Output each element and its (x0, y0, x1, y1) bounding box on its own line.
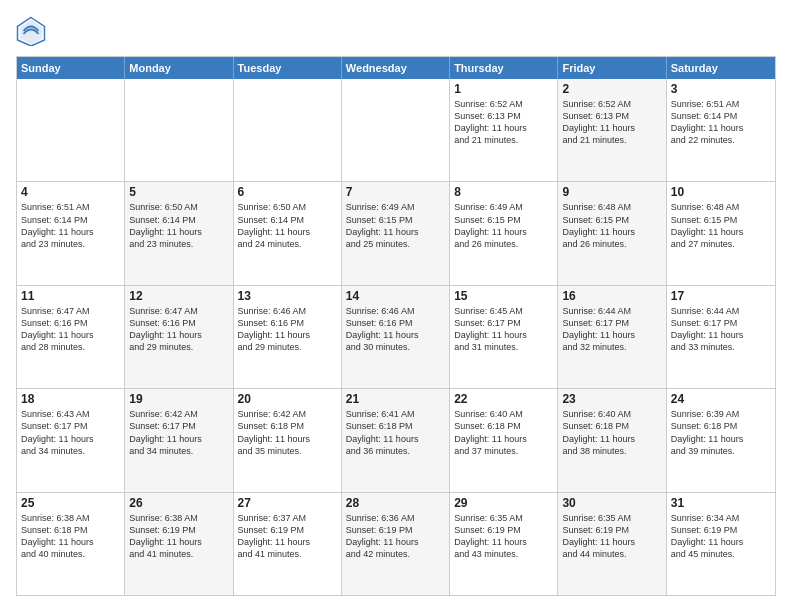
cal-cell-4: 4Sunrise: 6:51 AM Sunset: 6:14 PM Daylig… (17, 182, 125, 284)
day-number: 27 (238, 496, 337, 510)
day-number: 21 (346, 392, 445, 406)
cal-cell-29: 29Sunrise: 6:35 AM Sunset: 6:19 PM Dayli… (450, 493, 558, 595)
cal-cell-empty-0-0 (17, 79, 125, 181)
day-number: 16 (562, 289, 661, 303)
cal-cell-27: 27Sunrise: 6:37 AM Sunset: 6:19 PM Dayli… (234, 493, 342, 595)
cal-cell-31: 31Sunrise: 6:34 AM Sunset: 6:19 PM Dayli… (667, 493, 775, 595)
cal-cell-22: 22Sunrise: 6:40 AM Sunset: 6:18 PM Dayli… (450, 389, 558, 491)
cal-cell-1: 1Sunrise: 6:52 AM Sunset: 6:13 PM Daylig… (450, 79, 558, 181)
cell-info: Sunrise: 6:40 AM Sunset: 6:18 PM Dayligh… (562, 408, 661, 457)
cell-info: Sunrise: 6:47 AM Sunset: 6:16 PM Dayligh… (129, 305, 228, 354)
cal-cell-21: 21Sunrise: 6:41 AM Sunset: 6:18 PM Dayli… (342, 389, 450, 491)
cell-info: Sunrise: 6:45 AM Sunset: 6:17 PM Dayligh… (454, 305, 553, 354)
cal-cell-14: 14Sunrise: 6:46 AM Sunset: 6:16 PM Dayli… (342, 286, 450, 388)
day-number: 31 (671, 496, 771, 510)
logo-icon (16, 16, 46, 46)
day-header-tuesday: Tuesday (234, 57, 342, 79)
day-number: 23 (562, 392, 661, 406)
calendar: SundayMondayTuesdayWednesdayThursdayFrid… (16, 56, 776, 596)
day-number: 13 (238, 289, 337, 303)
day-number: 2 (562, 82, 661, 96)
cal-row-0: 1Sunrise: 6:52 AM Sunset: 6:13 PM Daylig… (17, 79, 775, 182)
cell-info: Sunrise: 6:42 AM Sunset: 6:17 PM Dayligh… (129, 408, 228, 457)
day-number: 1 (454, 82, 553, 96)
cal-cell-17: 17Sunrise: 6:44 AM Sunset: 6:17 PM Dayli… (667, 286, 775, 388)
cell-info: Sunrise: 6:49 AM Sunset: 6:15 PM Dayligh… (454, 201, 553, 250)
header (16, 16, 776, 46)
cal-cell-20: 20Sunrise: 6:42 AM Sunset: 6:18 PM Dayli… (234, 389, 342, 491)
cal-cell-16: 16Sunrise: 6:44 AM Sunset: 6:17 PM Dayli… (558, 286, 666, 388)
cell-info: Sunrise: 6:50 AM Sunset: 6:14 PM Dayligh… (129, 201, 228, 250)
cell-info: Sunrise: 6:46 AM Sunset: 6:16 PM Dayligh… (238, 305, 337, 354)
cal-cell-9: 9Sunrise: 6:48 AM Sunset: 6:15 PM Daylig… (558, 182, 666, 284)
cell-info: Sunrise: 6:40 AM Sunset: 6:18 PM Dayligh… (454, 408, 553, 457)
day-number: 24 (671, 392, 771, 406)
cal-cell-2: 2Sunrise: 6:52 AM Sunset: 6:13 PM Daylig… (558, 79, 666, 181)
day-number: 20 (238, 392, 337, 406)
cell-info: Sunrise: 6:35 AM Sunset: 6:19 PM Dayligh… (454, 512, 553, 561)
page: SundayMondayTuesdayWednesdayThursdayFrid… (0, 0, 792, 612)
cal-cell-18: 18Sunrise: 6:43 AM Sunset: 6:17 PM Dayli… (17, 389, 125, 491)
cal-cell-empty-0-1 (125, 79, 233, 181)
day-header-wednesday: Wednesday (342, 57, 450, 79)
day-number: 17 (671, 289, 771, 303)
cal-cell-13: 13Sunrise: 6:46 AM Sunset: 6:16 PM Dayli… (234, 286, 342, 388)
cal-cell-10: 10Sunrise: 6:48 AM Sunset: 6:15 PM Dayli… (667, 182, 775, 284)
day-number: 22 (454, 392, 553, 406)
day-number: 29 (454, 496, 553, 510)
cal-cell-3: 3Sunrise: 6:51 AM Sunset: 6:14 PM Daylig… (667, 79, 775, 181)
cell-info: Sunrise: 6:52 AM Sunset: 6:13 PM Dayligh… (562, 98, 661, 147)
cal-cell-12: 12Sunrise: 6:47 AM Sunset: 6:16 PM Dayli… (125, 286, 233, 388)
cal-cell-empty-0-2 (234, 79, 342, 181)
day-number: 3 (671, 82, 771, 96)
cell-info: Sunrise: 6:52 AM Sunset: 6:13 PM Dayligh… (454, 98, 553, 147)
cell-info: Sunrise: 6:39 AM Sunset: 6:18 PM Dayligh… (671, 408, 771, 457)
day-number: 7 (346, 185, 445, 199)
cal-cell-empty-0-3 (342, 79, 450, 181)
day-number: 19 (129, 392, 228, 406)
cal-row-2: 11Sunrise: 6:47 AM Sunset: 6:16 PM Dayli… (17, 286, 775, 389)
cell-info: Sunrise: 6:44 AM Sunset: 6:17 PM Dayligh… (562, 305, 661, 354)
cell-info: Sunrise: 6:48 AM Sunset: 6:15 PM Dayligh… (671, 201, 771, 250)
cell-info: Sunrise: 6:49 AM Sunset: 6:15 PM Dayligh… (346, 201, 445, 250)
day-number: 9 (562, 185, 661, 199)
day-header-friday: Friday (558, 57, 666, 79)
cal-cell-15: 15Sunrise: 6:45 AM Sunset: 6:17 PM Dayli… (450, 286, 558, 388)
day-number: 12 (129, 289, 228, 303)
day-number: 8 (454, 185, 553, 199)
day-number: 5 (129, 185, 228, 199)
cal-row-1: 4Sunrise: 6:51 AM Sunset: 6:14 PM Daylig… (17, 182, 775, 285)
day-header-sunday: Sunday (17, 57, 125, 79)
calendar-header: SundayMondayTuesdayWednesdayThursdayFrid… (17, 57, 775, 79)
day-header-saturday: Saturday (667, 57, 775, 79)
cell-info: Sunrise: 6:34 AM Sunset: 6:19 PM Dayligh… (671, 512, 771, 561)
day-number: 28 (346, 496, 445, 510)
day-header-thursday: Thursday (450, 57, 558, 79)
day-number: 18 (21, 392, 120, 406)
day-number: 6 (238, 185, 337, 199)
day-header-monday: Monday (125, 57, 233, 79)
cell-info: Sunrise: 6:43 AM Sunset: 6:17 PM Dayligh… (21, 408, 120, 457)
day-number: 10 (671, 185, 771, 199)
logo (16, 16, 50, 46)
calendar-body: 1Sunrise: 6:52 AM Sunset: 6:13 PM Daylig… (17, 79, 775, 595)
cal-cell-8: 8Sunrise: 6:49 AM Sunset: 6:15 PM Daylig… (450, 182, 558, 284)
day-number: 11 (21, 289, 120, 303)
cell-info: Sunrise: 6:48 AM Sunset: 6:15 PM Dayligh… (562, 201, 661, 250)
cal-cell-30: 30Sunrise: 6:35 AM Sunset: 6:19 PM Dayli… (558, 493, 666, 595)
cell-info: Sunrise: 6:37 AM Sunset: 6:19 PM Dayligh… (238, 512, 337, 561)
cell-info: Sunrise: 6:36 AM Sunset: 6:19 PM Dayligh… (346, 512, 445, 561)
cal-row-3: 18Sunrise: 6:43 AM Sunset: 6:17 PM Dayli… (17, 389, 775, 492)
cal-cell-26: 26Sunrise: 6:38 AM Sunset: 6:19 PM Dayli… (125, 493, 233, 595)
cal-row-4: 25Sunrise: 6:38 AM Sunset: 6:18 PM Dayli… (17, 493, 775, 595)
day-number: 14 (346, 289, 445, 303)
cal-cell-24: 24Sunrise: 6:39 AM Sunset: 6:18 PM Dayli… (667, 389, 775, 491)
cell-info: Sunrise: 6:42 AM Sunset: 6:18 PM Dayligh… (238, 408, 337, 457)
cell-info: Sunrise: 6:44 AM Sunset: 6:17 PM Dayligh… (671, 305, 771, 354)
cal-cell-25: 25Sunrise: 6:38 AM Sunset: 6:18 PM Dayli… (17, 493, 125, 595)
cal-cell-6: 6Sunrise: 6:50 AM Sunset: 6:14 PM Daylig… (234, 182, 342, 284)
cell-info: Sunrise: 6:51 AM Sunset: 6:14 PM Dayligh… (21, 201, 120, 250)
cell-info: Sunrise: 6:51 AM Sunset: 6:14 PM Dayligh… (671, 98, 771, 147)
cal-cell-28: 28Sunrise: 6:36 AM Sunset: 6:19 PM Dayli… (342, 493, 450, 595)
day-number: 4 (21, 185, 120, 199)
